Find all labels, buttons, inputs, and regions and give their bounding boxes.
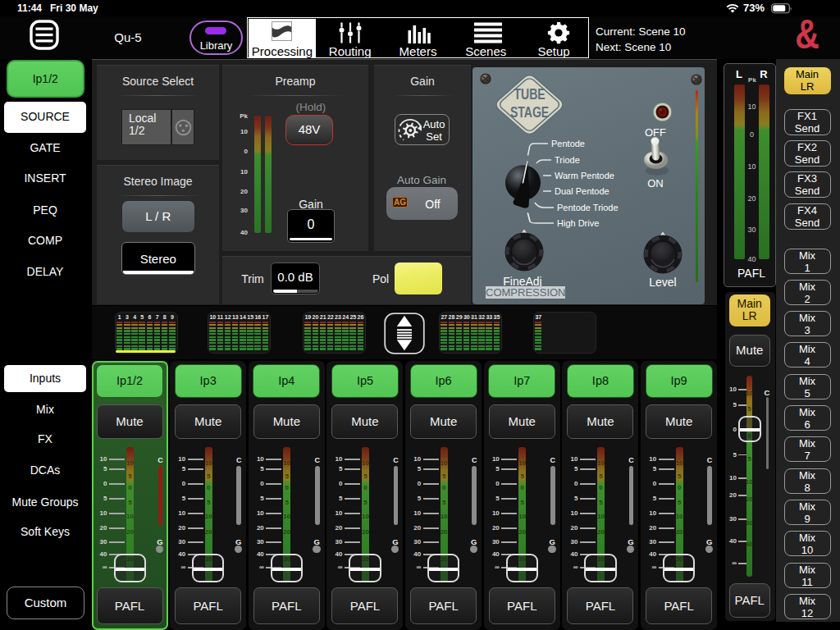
svg-text:STAGE: STAGE — [510, 103, 549, 121]
svg-text:TUBE: TUBE — [514, 85, 545, 103]
